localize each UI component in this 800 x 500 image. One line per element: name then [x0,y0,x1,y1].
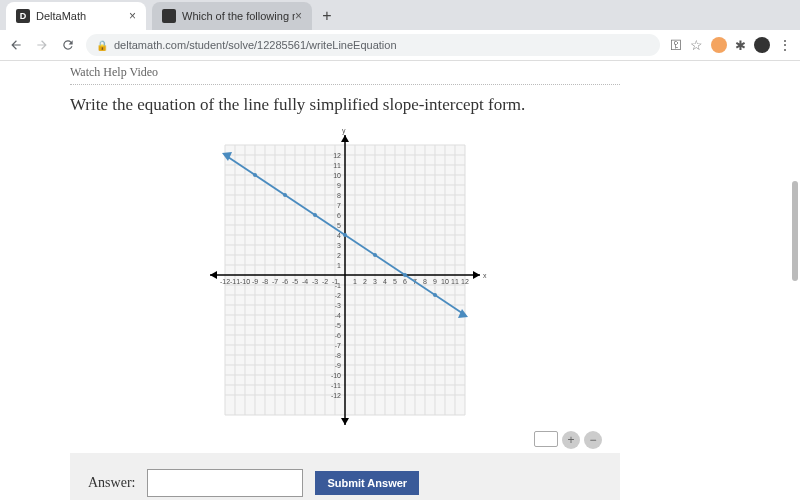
svg-text:6: 6 [337,212,341,219]
svg-text:-6: -6 [335,332,341,339]
svg-text:-5: -5 [335,322,341,329]
svg-point-116 [433,293,437,297]
menu-icon[interactable]: ⋮ [778,37,792,53]
url-text: deltamath.com/student/solve/12285561/wri… [114,39,397,51]
back-button[interactable] [8,37,24,53]
key-icon[interactable]: ⚿ [670,38,682,52]
svg-text:-7: -7 [272,278,278,285]
svg-text:12: 12 [333,152,341,159]
svg-point-110 [253,173,257,177]
svg-text:3: 3 [373,278,377,285]
svg-text:7: 7 [337,202,341,209]
scrollbar-thumb[interactable] [792,181,798,281]
svg-marker-55 [341,135,349,142]
svg-point-114 [373,253,377,257]
svg-marker-53 [210,271,217,279]
svg-text:10: 10 [333,172,341,179]
svg-text:-4: -4 [302,278,308,285]
svg-text:y: y [342,127,346,135]
close-icon[interactable]: × [129,9,136,23]
svg-point-115 [403,273,407,277]
plus-icon[interactable]: + [562,431,580,449]
svg-text:-11: -11 [230,278,240,285]
url-bar[interactable]: 🔒 deltamath.com/student/solve/12285561/w… [86,34,660,56]
svg-text:-2: -2 [335,292,341,299]
svg-text:-8: -8 [262,278,268,285]
svg-text:10: 10 [441,278,449,285]
question-text: Write the equation of the line fully sim… [70,95,620,115]
svg-marker-56 [341,418,349,425]
svg-text:-8: -8 [335,352,341,359]
minus-icon[interactable]: − [584,431,602,449]
forward-button[interactable] [34,37,50,53]
puzzle-icon[interactable]: ✱ [735,38,746,53]
svg-text:2: 2 [337,252,341,259]
svg-point-113 [343,233,347,237]
svg-text:9: 9 [337,182,341,189]
svg-marker-52 [473,271,480,279]
svg-point-111 [283,193,287,197]
svg-text:-3: -3 [312,278,318,285]
svg-text:2: 2 [363,278,367,285]
divider [70,84,620,85]
svg-text:x: x [483,272,487,279]
svg-text:3: 3 [337,242,341,249]
svg-text:12: 12 [461,278,469,285]
svg-text:-10: -10 [240,278,250,285]
svg-text:11: 11 [333,162,341,169]
svg-text:8: 8 [423,278,427,285]
answer-label: Answer: [88,475,135,491]
svg-text:4: 4 [383,278,387,285]
profile-avatar[interactable] [754,37,770,53]
keyboard-icon[interactable] [534,431,558,447]
svg-text:6: 6 [403,278,407,285]
tab-label: DeltaMath [36,10,86,22]
question-favicon [162,9,176,23]
svg-point-112 [313,213,317,217]
svg-text:9: 9 [433,278,437,285]
coordinate-graph: x y -12-11-10-9-8-7-6-5-4-3-2-1123456789… [70,125,620,435]
svg-text:1: 1 [353,278,357,285]
new-tab-button[interactable]: + [316,5,338,27]
svg-text:11: 11 [451,278,459,285]
svg-text:-10: -10 [331,372,341,379]
svg-text:-6: -6 [282,278,288,285]
browser-tab-strip: D DeltaMath × Which of the following num… [0,0,800,30]
page-content: Watch Help Video Write the equation of t… [0,61,800,500]
submit-button[interactable]: Submit Answer [315,471,419,495]
svg-text:5: 5 [393,278,397,285]
extension-icon-1[interactable] [711,37,727,53]
svg-text:-1: -1 [335,282,341,289]
svg-text:-2: -2 [322,278,328,285]
svg-text:-5: -5 [292,278,298,285]
svg-text:-12: -12 [220,278,230,285]
svg-text:-9: -9 [252,278,258,285]
svg-text:-7: -7 [335,342,341,349]
deltamath-favicon: D [16,9,30,23]
svg-text:-3: -3 [335,302,341,309]
answer-panel: + − Answer: Submit Answer [70,453,620,500]
close-icon[interactable]: × [295,9,302,23]
svg-text:-11: -11 [331,382,341,389]
extensions: ⚿ ☆ ✱ ⋮ [670,37,792,53]
star-icon[interactable]: ☆ [690,37,703,53]
tab-chegg[interactable]: Which of the following number × [152,2,312,30]
svg-text:8: 8 [337,192,341,199]
svg-text:-9: -9 [335,362,341,369]
svg-text:1: 1 [337,262,341,269]
help-video-link[interactable]: Watch Help Video [70,61,620,82]
reload-button[interactable] [60,37,76,53]
svg-text:-4: -4 [335,312,341,319]
tab-deltamath[interactable]: D DeltaMath × [6,2,146,30]
svg-text:-12: -12 [331,392,341,399]
answer-input[interactable] [147,469,303,497]
tab-label: Which of the following number [182,10,295,22]
svg-text:5: 5 [337,222,341,229]
lock-icon: 🔒 [96,40,108,51]
address-bar-row: 🔒 deltamath.com/student/solve/12285561/w… [0,30,800,61]
